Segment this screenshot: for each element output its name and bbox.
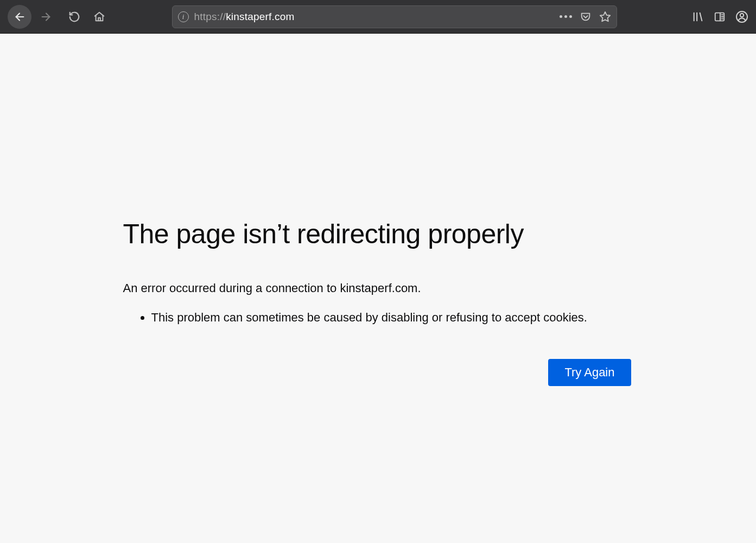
try-again-button[interactable]: Try Again (548, 359, 631, 386)
url-host: kinstaperf.com (226, 11, 294, 22)
svg-line-5 (700, 12, 702, 21)
reload-icon (68, 11, 80, 23)
home-icon (93, 11, 105, 23)
forward-button[interactable] (36, 7, 56, 27)
address-bar-actions (560, 11, 611, 23)
error-detail-item: This problem can sometimes be caused by … (151, 310, 633, 326)
home-button[interactable] (89, 7, 110, 27)
reload-button[interactable] (64, 7, 85, 27)
svg-marker-2 (600, 11, 609, 21)
svg-point-12 (740, 13, 744, 16)
bookmark-star-icon[interactable] (599, 11, 611, 23)
back-button[interactable] (8, 5, 31, 29)
sidebar-icon[interactable] (714, 11, 726, 23)
error-actions: Try Again (123, 359, 633, 386)
arrow-right-icon (40, 11, 52, 23)
error-container: The page isn’t redirecting properly An e… (107, 218, 650, 543)
toolbar-right (692, 10, 748, 23)
error-description: An error occurred during a connection to… (123, 281, 633, 295)
account-icon[interactable] (735, 10, 748, 23)
library-icon[interactable] (692, 11, 704, 23)
arrow-left-icon (14, 11, 26, 23)
url-text: https://kinstaperf.com (194, 11, 554, 23)
address-bar-container: i https://kinstaperf.com (114, 5, 675, 28)
error-page: The page isn’t redirecting properly An e… (0, 34, 756, 543)
site-info-icon[interactable]: i (178, 11, 189, 22)
error-title: The page isn’t redirecting properly (123, 218, 633, 250)
browser-toolbar: i https://kinstaperf.com (0, 0, 756, 34)
url-scheme: https:// (194, 11, 226, 22)
page-actions-button[interactable] (560, 15, 572, 18)
address-bar[interactable]: i https://kinstaperf.com (172, 5, 617, 28)
pocket-icon[interactable] (580, 11, 592, 23)
error-detail-list: This problem can sometimes be caused by … (123, 310, 633, 326)
